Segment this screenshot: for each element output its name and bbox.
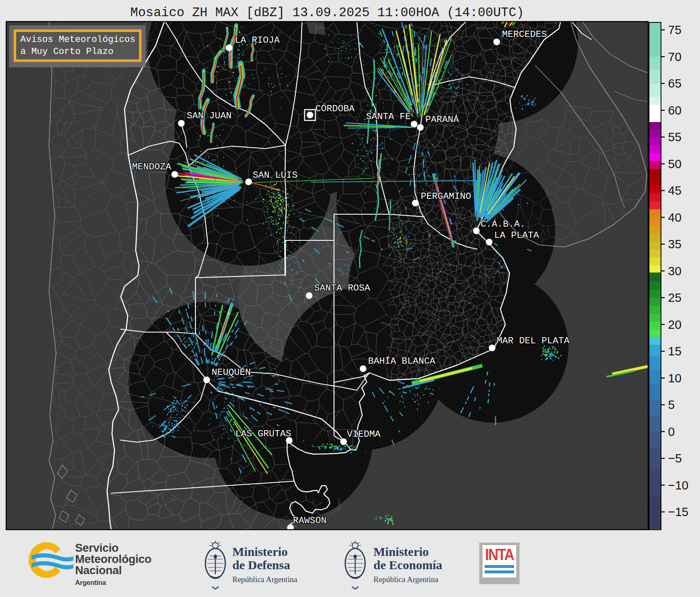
svg-text:45: 45	[668, 184, 681, 197]
svg-text:PARANÁ: PARANÁ	[425, 114, 459, 125]
svg-text:65: 65	[668, 77, 681, 90]
svg-text:70: 70	[668, 50, 681, 64]
svg-text:60: 60	[668, 104, 681, 117]
svg-text:−15: −15	[668, 505, 688, 519]
svg-text:15: 15	[668, 345, 681, 358]
svg-text:55: 55	[668, 130, 681, 144]
svg-text:C.A.B.A.: C.A.B.A.	[480, 219, 525, 230]
svg-text:0: 0	[668, 425, 675, 438]
svg-text:PERGAMINO: PERGAMINO	[421, 191, 471, 202]
svg-text:NEUQUÉN: NEUQUÉN	[212, 367, 251, 378]
svg-text:−5: −5	[668, 452, 682, 465]
svg-text:30: 30	[668, 264, 681, 278]
svg-text:SANTA FE: SANTA FE	[366, 111, 411, 122]
svg-text:LA RIOJA: LA RIOJA	[235, 35, 280, 46]
svg-text:LAS GRUTAS: LAS GRUTAS	[235, 428, 291, 439]
svg-text:RAWSON: RAWSON	[293, 515, 327, 526]
svg-text:VIEDMA: VIEDMA	[347, 429, 381, 440]
svg-text:35: 35	[668, 237, 681, 251]
svg-text:SAN JUAN: SAN JUAN	[187, 110, 232, 121]
svg-text:CÓRDOBA: CÓRDOBA	[315, 103, 355, 114]
svg-text:50: 50	[668, 157, 681, 171]
svg-text:BAHÍA BLANCA: BAHÍA BLANCA	[368, 356, 436, 367]
svg-text:MERCEDES: MERCEDES	[502, 29, 547, 40]
svg-text:40: 40	[668, 211, 681, 224]
svg-text:25: 25	[668, 291, 681, 304]
svg-text:SANTA ROSA: SANTA ROSA	[314, 283, 371, 294]
svg-text:−10: −10	[668, 479, 688, 492]
svg-text:20: 20	[668, 318, 681, 331]
svg-text:MAR DEL PLATA: MAR DEL PLATA	[497, 335, 570, 346]
svg-text:10: 10	[668, 372, 681, 385]
svg-text:LA PLATA: LA PLATA	[494, 230, 539, 241]
svg-text:MENDOZA: MENDOZA	[132, 161, 171, 172]
svg-text:5: 5	[668, 398, 675, 411]
svg-text:SAN LUIS: SAN LUIS	[253, 170, 298, 181]
svg-text:75: 75	[668, 23, 681, 37]
